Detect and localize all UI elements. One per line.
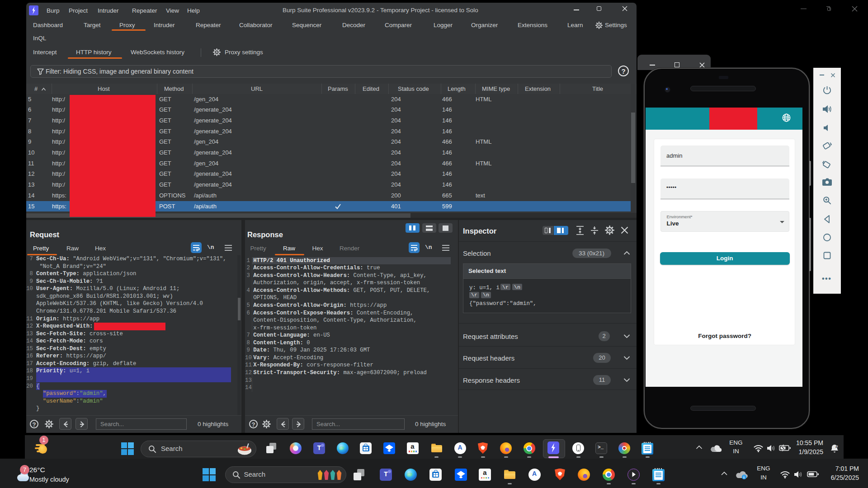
svg-text:z: z [837, 445, 838, 447]
